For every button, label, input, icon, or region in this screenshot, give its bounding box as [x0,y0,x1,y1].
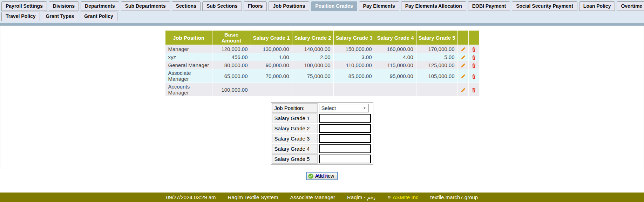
salary-grade-3-input[interactable] [319,134,371,143]
salary-grade-5-input[interactable] [319,155,371,163]
edit-row-button[interactable] [457,45,468,53]
job-position-label: Job Position: [272,103,318,113]
form-row-job-position: Job Position: Select ▼ [272,103,372,113]
delete-trash-icon [472,47,476,52]
back-link[interactable]: Back [316,172,328,178]
cell-amount: 70,000.00 [251,69,292,83]
cell-amount: 110,000.00 [333,61,375,69]
tab-social-security-payment[interactable]: Social Security Payment [512,1,577,11]
edit-row-button[interactable] [457,69,468,83]
cell-amount: 95,000.00 [375,69,416,83]
delete-row-button[interactable] [468,53,479,61]
cell-amount [416,83,457,97]
tab-pay-elements[interactable]: Pay Elements [359,1,399,11]
edit-pencil-icon [461,63,466,68]
cell-amount: 85,000.00 [333,69,375,83]
job-position-selected-value: Select [321,105,336,111]
form-row-salary-grade-2: Salary Grade 2 [272,124,372,133]
footer-user-role: Associate Manager [290,194,335,200]
cell-amount: 105,000.00 [416,69,457,83]
tab-job-positions[interactable]: Job Positions [269,1,309,11]
column-header-job-position: Job Position [165,31,212,45]
column-header-actions [457,31,468,45]
edit-row-button[interactable] [457,61,468,69]
cell-amount: 5.00 [416,53,457,61]
cell-amount [333,83,375,97]
cell-amount: 115,000.00 [375,61,416,69]
tab-position-grades[interactable]: Position Grades [311,1,357,11]
tab-sub-sections[interactable]: Sub Sections [202,1,242,11]
cell-job-position: xyz [165,53,212,61]
salary-grade-2-input[interactable] [319,124,371,133]
cell-amount: 90,000.00 [251,61,292,69]
cell-job-position: Accounts Manager [165,83,212,97]
edit-pencil-icon [461,74,466,79]
footer-system-name: Raqim Textile System [228,194,278,200]
cell-job-position: General Manager [165,61,212,69]
form-row-salary-grade-3: Salary Grade 3 [272,134,372,143]
page: Payroll SettingsDivisionsDepartmentsSub … [0,0,644,202]
delete-row-button[interactable] [468,61,479,69]
job-position-select[interactable]: Select ▼ [319,104,369,112]
cell-amount: 150,000.00 [333,45,375,53]
salary-grade-4-input[interactable] [319,144,371,153]
tab-travel-policy[interactable]: Travel Policy [1,12,40,21]
add-grade-form: Job Position: Select ▼ Salary Grade 1Sal… [271,102,373,165]
table-row: Accounts Manager100,000.00 [165,83,479,97]
table-row: General Manager80,000.0090,000.00100,000… [165,61,479,69]
column-header-salary-grade-2: Salary Grade 2 [292,31,333,45]
cell-amount: 160,000.00 [375,45,416,53]
tab-pay-elements-allocation[interactable]: Pay Elements Allocation [401,1,466,11]
edit-row-button[interactable] [457,83,468,97]
cell-amount: 170,000.00 [416,45,457,53]
cell-amount: 125,000.00 [416,61,457,69]
cell-amount: 80,000.00 [212,61,251,69]
chevron-down-icon: ▼ [363,106,366,110]
table-header: Job PositionBasic AmountSalary Grade 1Sa… [165,31,479,45]
salary-grade-3-label: Salary Grade 3 [272,134,318,143]
cell-amount [251,83,292,97]
tab-loan-policy[interactable]: Loan Policy [579,1,615,11]
delete-row-button[interactable] [468,83,479,97]
edit-pencil-icon [461,87,466,93]
tab-departments[interactable]: Departments [81,1,119,11]
tab-grant-policy[interactable]: Grant Policy [80,12,117,21]
salary-grade-2-cell [318,124,372,133]
cell-amount: 3.00 [333,53,375,61]
footer-bar: 09/27/2024 03:29 am Raqim Textile System… [0,193,644,202]
content-area: Job PositionBasic AmountSalary Grade 1Sa… [0,26,644,169]
tab-eobi-payment[interactable]: EOBI Payment [468,1,510,11]
cell-amount: 4.00 [375,53,416,61]
salary-grade-1-label: Salary Grade 1 [272,113,318,123]
tab-sub-departments[interactable]: Sub Departments [121,1,170,11]
form-row-salary-grade-1: Salary Grade 1 [272,113,372,123]
cell-amount: 75,000.00 [292,69,333,83]
delete-row-button[interactable] [468,69,479,83]
delete-row-button[interactable] [468,45,479,53]
salary-grade-2-label: Salary Grade 2 [272,124,318,133]
tab-payroll-settings[interactable]: Payroll Settings [1,1,47,11]
tab-floors[interactable]: Floors [244,1,267,11]
delete-trash-icon [472,55,476,60]
edit-row-button[interactable] [457,53,468,61]
tab-grant-types[interactable]: Grant Types [42,12,79,21]
cell-job-position: Manager [165,45,212,53]
job-position-cell: Select ▼ [318,103,372,113]
edit-pencil-icon [461,47,466,52]
cell-amount: 140,000.00 [292,45,333,53]
column-header-salary-grade-5: Salary Grade 5 [416,31,457,45]
form-row-salary-grade-5: Salary Grade 5 [272,154,372,164]
cell-amount: 1.00 [251,53,292,61]
column-header-actions [468,31,479,45]
salary-grade-1-input[interactable] [319,114,371,123]
tab-divisions[interactable]: Divisions [49,1,79,11]
cell-amount: 120,000.00 [212,45,251,53]
tab-sections[interactable]: Sections [172,1,201,11]
footer-company: Raqim - رقم [347,194,375,201]
column-header-salary-grade-1: Salary Grade 1 [251,31,292,45]
cell-amount: 100,000.00 [292,61,333,69]
grades-table-body: Manager120,000.00130,000.00140,000.00150… [165,45,479,97]
spacer [0,179,644,193]
salary-grade-4-cell [318,144,372,154]
tab-overtime-policy[interactable]: Overtime Policy [617,1,644,11]
